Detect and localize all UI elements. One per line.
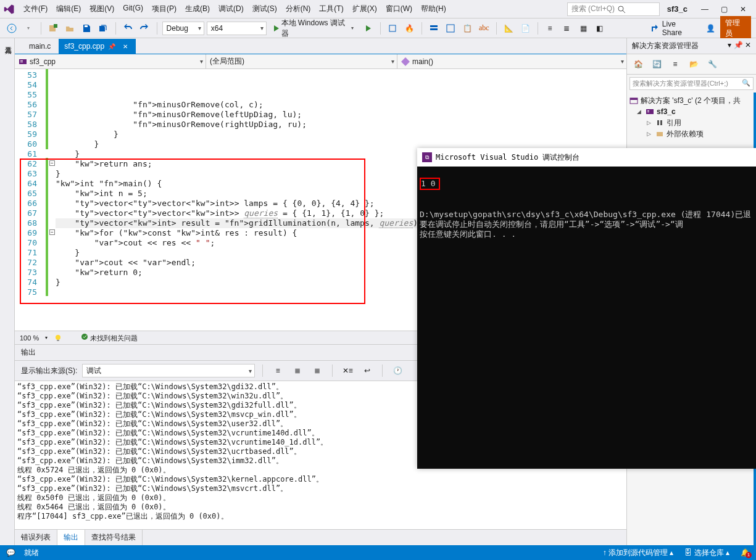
console-titlebar[interactable]: ⧉ Microsoft Visual Studio 调试控制台: [417, 148, 756, 167]
menu-扩展(X)[interactable]: 扩展(X): [349, 1, 381, 17]
start-nodebug-button[interactable]: [361, 21, 375, 36]
tb-icon-7[interactable]: 📐: [502, 21, 516, 36]
se-tb-2[interactable]: 🔄: [649, 57, 664, 72]
menu-Git(G)[interactable]: Git(G): [119, 1, 147, 17]
title-search[interactable]: 搜索 (Ctrl+Q): [567, 2, 660, 16]
liveshare-label: Live Share: [662, 20, 696, 37]
editor-tab[interactable]: main.c: [23, 39, 59, 54]
fold-button[interactable]: −: [49, 160, 55, 166]
menu-bar: 文件(F)编辑(E)视图(V)Git(G)项目(P)生成(B)调试(D)测试(S…: [20, 1, 567, 17]
redo-button[interactable]: [138, 21, 152, 36]
expand-icon[interactable]: ▷: [647, 128, 653, 139]
tb-icon-2[interactable]: 🔥: [402, 21, 417, 36]
output-tb-1[interactable]: ≡: [270, 363, 285, 378]
scm-button[interactable]: ↑ 添加到源代码管理 ▴: [603, 548, 674, 558]
se-search[interactable]: 搜索解决方案资源管理器(Ctrl+;) 🔍: [629, 77, 754, 90]
output-tb-2[interactable]: ≣: [290, 363, 305, 378]
tb-icon-4[interactable]: [444, 21, 458, 36]
output-wrap-btn[interactable]: ↩: [360, 363, 375, 378]
menu-项目(P)[interactable]: 项目(P): [148, 1, 180, 17]
config-combo[interactable]: Debug: [162, 22, 204, 35]
tb-icon-8[interactable]: 📄: [518, 21, 533, 36]
menu-文件(F)[interactable]: 文件(F): [20, 1, 51, 17]
bottom-tab[interactable]: 错误列表: [15, 530, 57, 545]
tb-icon-9[interactable]: ≡: [543, 21, 557, 36]
se-close-icon[interactable]: ✕: [745, 41, 751, 49]
se-pin-icon[interactable]: 📌: [734, 41, 743, 49]
expand-icon[interactable]: ▷: [647, 117, 653, 128]
menu-视图(V)[interactable]: 视图(V): [86, 1, 118, 17]
se-tb-5[interactable]: 🔧: [705, 57, 720, 72]
start-debug-button[interactable]: 本地 Windows 调试器 ▾: [269, 21, 359, 36]
tb-icon-12[interactable]: ◧: [593, 21, 607, 36]
close-button[interactable]: ✕: [740, 5, 746, 14]
fold-button[interactable]: −: [49, 229, 55, 235]
menu-工具(T)[interactable]: 工具(T): [315, 1, 347, 17]
open-button[interactable]: [63, 21, 77, 36]
notifications-button[interactable]: 🔔1: [741, 548, 750, 557]
nav-scope[interactable]: (全局范围): [206, 54, 397, 68]
menu-分析(N)[interactable]: 分析(N): [282, 1, 315, 17]
debug-console-window[interactable]: ⧉ Microsoft Visual Studio 调试控制台 1 0 D:\m…: [417, 148, 756, 469]
refs-icon: [655, 118, 664, 127]
nav-func[interactable]: main(): [397, 54, 626, 68]
bottom-tab[interactable]: 查找符号结果: [85, 530, 143, 545]
tb-icon-1[interactable]: [386, 21, 400, 36]
menu-测试(S)[interactable]: 测试(S): [249, 1, 281, 17]
tree-refs[interactable]: ▷ 引用: [628, 117, 752, 128]
tb-icon-5[interactable]: 📋: [460, 21, 475, 36]
new-item-button[interactable]: [46, 21, 60, 36]
menu-生成(B)[interactable]: 生成(B): [181, 1, 214, 17]
nav-back-button[interactable]: [5, 21, 19, 36]
undo-button[interactable]: [121, 21, 135, 36]
bottom-tab[interactable]: 输出: [57, 530, 85, 545]
maximize-button[interactable]: ▢: [721, 5, 728, 14]
se-tb-3[interactable]: ≡: [668, 57, 683, 72]
tb-icon-6[interactable]: abc: [477, 21, 491, 36]
menu-帮助(H)[interactable]: 帮助(H): [417, 1, 450, 17]
tb-icon-3[interactable]: [427, 21, 441, 36]
liveshare-button[interactable]: Live Share: [646, 20, 700, 37]
output-source-value: 调试: [86, 366, 101, 376]
output-tb-6[interactable]: 🕐: [390, 363, 405, 378]
svg-rect-18: [630, 98, 638, 100]
editor-tab[interactable]: sf3_cpp.cpp📌✕: [59, 39, 136, 54]
solution-tree[interactable]: 解决方案 'sf3_c' (2 个项目，共 ◢ sf3_c ▷ 引用 ▷ 外部依…: [627, 93, 754, 142]
svg-rect-7: [430, 25, 438, 27]
menu-窗口(W)[interactable]: 窗口(W): [382, 1, 416, 17]
console-title-text: Microsoft Visual Studio 调试控制台: [436, 152, 579, 163]
nav-fwd-button[interactable]: ▾: [22, 21, 36, 36]
se-tb-4[interactable]: 📂: [686, 57, 701, 72]
zoom-level[interactable]: 100 %: [20, 334, 39, 342]
close-tab-icon[interactable]: ✕: [123, 43, 128, 50]
tb-icon-10[interactable]: ≣: [560, 21, 574, 36]
liveshare-icon: [651, 24, 659, 33]
account-button[interactable]: 👤: [704, 21, 718, 36]
editor-navbar: sf3_cpp (全局范围) main(): [15, 54, 626, 69]
minimize-button[interactable]: —: [701, 5, 708, 14]
se-home-button[interactable]: 🏠: [631, 57, 646, 72]
tree-project[interactable]: ◢ sf3_c: [628, 106, 752, 117]
nav-project[interactable]: sf3_cpp: [15, 54, 206, 68]
expand-icon[interactable]: ◢: [637, 106, 643, 117]
save-button[interactable]: [80, 21, 94, 36]
repo-button[interactable]: 🗄 选择仓库 ▴: [684, 548, 729, 558]
output-source-combo[interactable]: 调试: [82, 364, 255, 377]
se-dropdown-icon[interactable]: ▾: [728, 41, 731, 49]
menu-编辑(E)[interactable]: 编辑(E): [52, 1, 85, 17]
svg-point-0: [618, 6, 623, 11]
output-tb-3[interactable]: ≣: [310, 363, 325, 378]
tree-root[interactable]: 解决方案 'sf3_c' (2 个项目，共: [628, 95, 752, 106]
platform-combo[interactable]: x64: [207, 22, 267, 35]
left-tool-tab[interactable]: 工具箱: [0, 38, 15, 545]
svg-rect-4: [54, 24, 57, 28]
console-output: 1 0 D:\mysetup\gopath\src\dsy\sf3_c\x64\…: [417, 167, 756, 241]
output-clear[interactable]: ✕≡: [340, 363, 355, 378]
lightbulb-icon[interactable]: [54, 334, 62, 342]
save-all-button[interactable]: [96, 21, 110, 36]
svg-rect-9: [447, 25, 454, 32]
tree-ext[interactable]: ▷ 外部依赖项: [628, 128, 752, 139]
tb-icon-11[interactable]: ▦: [576, 21, 591, 36]
menu-调试(D)[interactable]: 调试(D): [215, 1, 247, 17]
pin-icon[interactable]: 📌: [108, 43, 115, 50]
